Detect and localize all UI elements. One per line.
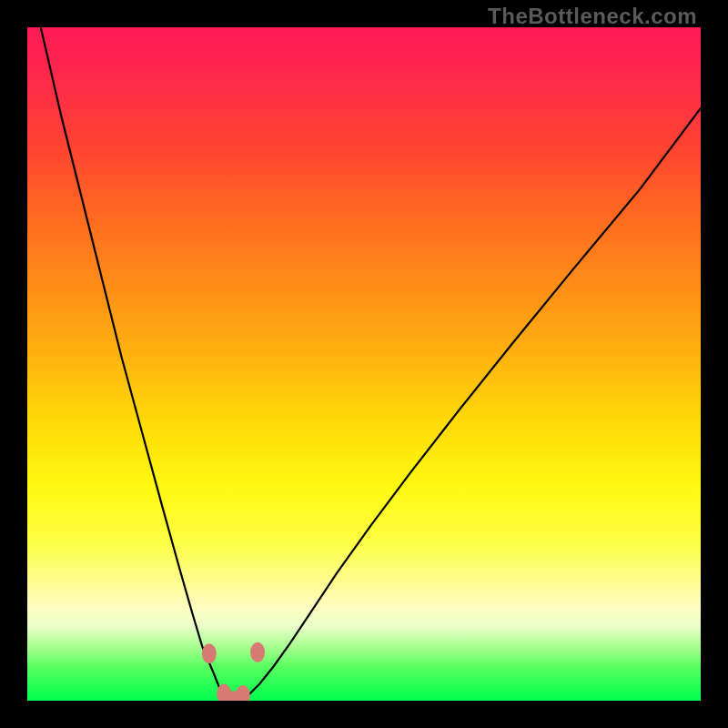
marker-point: [250, 642, 265, 662]
curve-right: [233, 108, 701, 701]
chart-plot-area: [27, 27, 701, 701]
marker-group: [202, 642, 265, 701]
curve-left: [41, 27, 233, 701]
marker-point: [202, 643, 217, 663]
marker-point: [236, 685, 250, 701]
chart-svg: [27, 27, 701, 701]
watermark-text: TheBottleneck.com: [488, 4, 697, 29]
